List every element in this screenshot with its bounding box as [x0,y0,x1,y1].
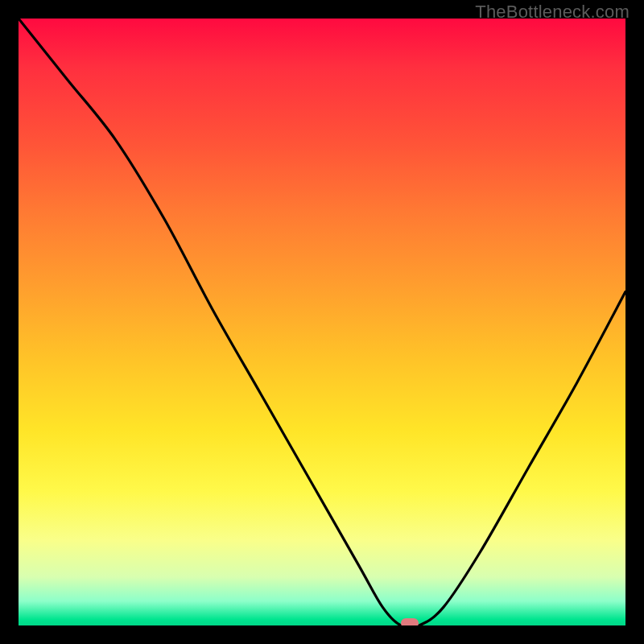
optimal-marker [401,618,419,625]
bottleneck-curve [19,19,625,625]
plot-area [19,19,625,625]
watermark-text: TheBottleneck.com [475,2,630,23]
chart-frame: TheBottleneck.com [0,0,644,644]
curve-path [19,19,625,625]
